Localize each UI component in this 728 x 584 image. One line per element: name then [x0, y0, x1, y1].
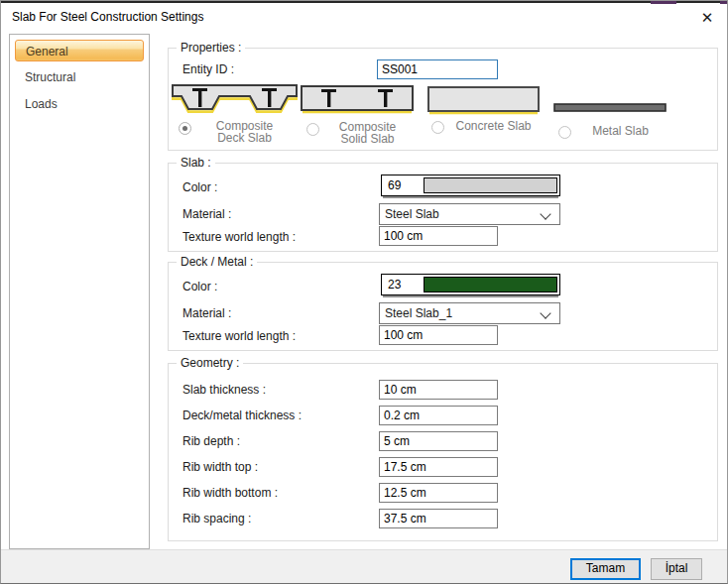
- slab-material-select[interactable]: Steel Slab: [379, 203, 560, 225]
- slab-material-value: Steel Slab: [385, 207, 439, 221]
- sidebar-item-loads[interactable]: Loads: [15, 93, 144, 115]
- slab-texture-label: Texture world length :: [182, 230, 296, 244]
- deck-color-button[interactable]: 23: [381, 274, 560, 295]
- slab-type-option-metal: Metal Slab: [550, 84, 669, 139]
- rib-width-top-input[interactable]: [379, 457, 498, 477]
- rib-depth-input[interactable]: [379, 431, 498, 451]
- slab-type-option-concrete: Concrete Slab: [424, 84, 543, 134]
- sidebar-item-general[interactable]: General: [15, 40, 144, 61]
- entity-id-label: Entity ID :: [182, 62, 234, 76]
- slab-type-option-composite-deck: Composite Deck Slab: [171, 84, 298, 144]
- slab-material-label: Material :: [182, 207, 231, 221]
- cancel-button[interactable]: İptal: [651, 558, 702, 580]
- deck-texture-label: Texture world length :: [182, 329, 296, 343]
- background-window-sliver: [720, 1, 727, 4]
- category-sidebar: General Structural Loads: [9, 34, 150, 549]
- slab-type-caption: Composite Deck Slab: [191, 120, 298, 144]
- deck-metal-thickness-label: Deck/metal thickness :: [182, 409, 302, 422]
- slab-thickness-label: Slab thickness :: [182, 383, 266, 397]
- close-icon[interactable]: ✕: [695, 6, 719, 30]
- slab-color-swatch: [424, 177, 557, 193]
- ok-button[interactable]: Tamam: [570, 558, 641, 580]
- sidebar-item-structural[interactable]: Structural: [15, 66, 144, 88]
- slab-color-button[interactable]: 69: [381, 175, 560, 196]
- rib-width-bottom-input[interactable]: [379, 483, 498, 503]
- slab-type-caption: Composite Solid Slab: [319, 121, 416, 145]
- slab-type-caption: Metal Slab: [571, 124, 669, 138]
- radio-concrete-slab[interactable]: [431, 121, 444, 134]
- radio-metal-slab[interactable]: [558, 126, 571, 139]
- deck-color-swatch: [424, 277, 557, 292]
- deck-texture-input[interactable]: [379, 325, 498, 345]
- entity-id-input[interactable]: [377, 59, 498, 79]
- properties-group: Properties : Entity ID : Composite Deck …: [168, 48, 718, 151]
- slab-color-number: 69: [384, 177, 424, 193]
- deck-color-label: Color :: [182, 280, 217, 293]
- slab-color-label: Color :: [182, 180, 217, 194]
- deck-metal-thickness-input[interactable]: [379, 406, 498, 425]
- dialog-title: Slab For Steel Construction Settings: [12, 10, 203, 24]
- radio-composite-deck-slab[interactable]: [179, 122, 191, 135]
- slab-legend: Slab :: [177, 156, 215, 170]
- deck-material-select[interactable]: Steel Slab_1: [379, 302, 560, 324]
- slab-settings-dialog: Slab For Steel Construction Settings ✕ G…: [0, 0, 728, 584]
- deck-material-label: Material :: [182, 306, 231, 320]
- rib-width-top-label: Rib width top :: [182, 460, 258, 474]
- composite-deck-slab-image: [172, 84, 298, 113]
- rib-spacing-input[interactable]: [379, 509, 498, 528]
- composite-solid-slab-image: [301, 85, 414, 114]
- properties-legend: Properties :: [177, 41, 245, 55]
- concrete-slab-image: [427, 86, 540, 115]
- deck-metal-legend: Deck / Metal :: [177, 255, 257, 269]
- slab-type-caption: Concrete Slab: [444, 119, 543, 133]
- slab-group: Slab : Color : 69 Material : Steel Slab …: [168, 163, 718, 252]
- window-top-edge: [1, 1, 727, 3]
- rib-depth-label: Rib depth :: [182, 434, 240, 448]
- deck-color-number: 23: [384, 277, 424, 292]
- slab-type-option-composite-solid: Composite Solid Slab: [299, 84, 416, 145]
- geometry-legend: Geometry :: [177, 356, 243, 370]
- geometry-group: Geometry : Slab thickness : Deck/metal t…: [168, 363, 718, 541]
- metal-slab-image: [553, 103, 667, 113]
- deck-material-value: Steel Slab_1: [385, 306, 452, 320]
- background-window-sliver: [651, 1, 676, 4]
- chevron-down-icon: [540, 307, 550, 318]
- dialog-footer: Tamam İptal: [1, 549, 727, 583]
- rib-width-bottom-label: Rib width bottom :: [182, 486, 278, 500]
- radio-composite-solid-slab[interactable]: [306, 123, 319, 136]
- chevron-down-icon: [540, 208, 550, 219]
- deck-metal-group: Deck / Metal : Color : 23 Material : Ste…: [168, 262, 718, 351]
- slab-texture-input[interactable]: [379, 226, 498, 246]
- slab-thickness-input[interactable]: [379, 380, 498, 400]
- rib-spacing-label: Rib spacing :: [182, 512, 251, 526]
